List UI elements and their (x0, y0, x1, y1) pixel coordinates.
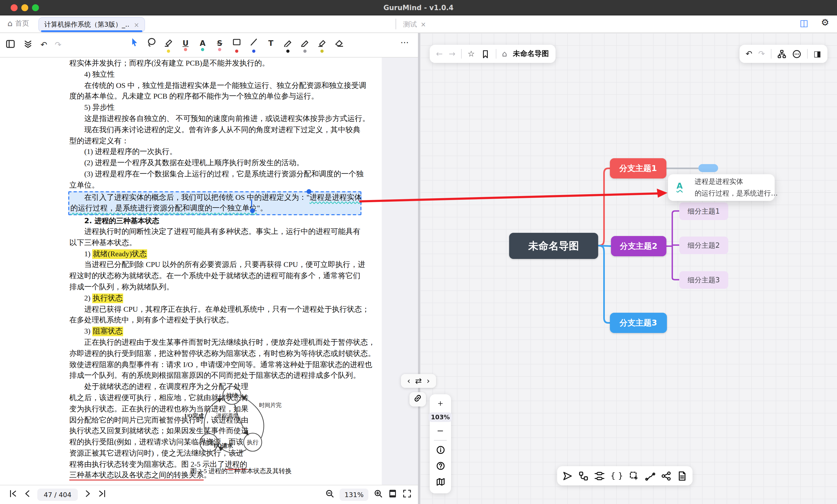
undo-icon[interactable]: ↶ (746, 50, 752, 58)
lasso-icon (147, 37, 156, 49)
annotation-tools: UAST (126, 33, 348, 57)
state-diagram-figure: 就绪 阻塞 执行 时间片完 进程调度 I/O完成 I/O请求 图 2-5 进程的… (184, 382, 298, 476)
fullscreen-icon[interactable] (403, 489, 412, 500)
back-icon[interactable]: ← (436, 50, 443, 58)
tool-eraser[interactable] (331, 34, 348, 56)
bookmark-icon[interactable] (481, 49, 490, 58)
pdf-text-line: 致使进程阻塞的典型事件有：请求 I/O，申请缓冲空间等。通常将这种处于阻塞状态的… (0, 359, 360, 371)
tool-pen[interactable] (279, 34, 297, 56)
zoom-out-icon[interactable] (325, 489, 335, 500)
fit-page-icon[interactable] (388, 489, 397, 500)
tool-text-tool[interactable]: T (262, 34, 279, 56)
tool-highlighter[interactable] (160, 34, 177, 56)
pdf-text-line: 程这时的状态称为就绪状态。在一个系统中处于就绪状态的进程可能有多个，通常将它们 (0, 270, 360, 282)
undo-icon[interactable]: ↶ (40, 41, 47, 49)
link-panes-button[interactable] (409, 392, 426, 407)
swap-arrows-icon[interactable]: ⇄ (415, 377, 422, 385)
redo-icon[interactable]: ↷ (55, 41, 61, 49)
tool-font-color[interactable]: A (194, 34, 211, 56)
help-icon[interactable] (436, 461, 445, 472)
home-icon[interactable]: ⌂ (502, 50, 507, 58)
chevron-right-icon[interactable]: › (427, 377, 430, 385)
note-text: 进程是进程实体 的运行过程，是系统进行… (695, 176, 778, 199)
pdf-pane: ↶↷ UAST ⋯ 程实体并发执行；而程序(没有建立 PCB)是不能并发执行的。… (0, 33, 418, 504)
zoom-in-icon[interactable] (374, 489, 383, 500)
branch-node-1[interactable]: 分支主题1 (610, 158, 666, 179)
sidebar-panel-icon[interactable] (5, 39, 16, 51)
gear-icon[interactable]: ⚙ (821, 18, 829, 27)
tool-rect-shape[interactable] (228, 34, 245, 56)
zoom-plus-icon[interactable]: ＋ (436, 399, 445, 408)
fwd-icon[interactable]: → (449, 50, 455, 58)
selection-handle-top[interactable] (306, 189, 311, 194)
structure-icon[interactable] (777, 49, 786, 58)
selection-handle-bottom[interactable] (250, 208, 255, 213)
collapsed-node-pill[interactable] (698, 164, 718, 172)
pdf-text-line: 度的基本单位。凡未建立 PCB 的程序都不能作为一个独立的单位参与运行。 (0, 91, 360, 102)
nav-pointer-icon[interactable] (563, 471, 573, 481)
last-page-icon[interactable] (97, 489, 107, 500)
next-page-icon[interactable] (83, 489, 92, 500)
chevron-left-icon[interactable]: ‹ (407, 377, 410, 385)
marquee-select-icon[interactable] (629, 471, 639, 481)
branch-node-3[interactable]: 分支主题3 (610, 313, 667, 333)
subtopic-node-3[interactable]: 细分主题3 (679, 271, 728, 289)
strikethrough-icon: S (217, 39, 222, 47)
tool-line-shape[interactable] (245, 34, 262, 56)
relation-line-icon[interactable] (645, 471, 655, 481)
split-view-icon[interactable]: ◫ (800, 19, 808, 28)
tool-lasso[interactable] (143, 34, 160, 56)
pdf-toolbar-left-group: ↶↷ (5, 33, 61, 57)
layers-icon[interactable] (23, 39, 33, 51)
subtopic-node-2[interactable]: 细分主题2 (679, 237, 728, 254)
node-link-icon[interactable] (578, 471, 589, 481)
pdf-viewport[interactable]: 程实体并发执行；而程序(没有建立 PCB)是不能并发执行的。4) 独立性在传统的… (0, 58, 418, 485)
info-icon[interactable] (436, 445, 445, 456)
tool-underline[interactable]: U (177, 34, 194, 56)
note-tooltip[interactable]: A 进程是进程实体 的运行过程，是系统进行… (668, 174, 774, 201)
zoom-minus-icon[interactable]: − (437, 427, 444, 435)
pdf-text-line: 2) 执行状态 (0, 293, 375, 304)
page-indicator[interactable]: 47 / 404 (37, 488, 78, 501)
zoom-level[interactable]: 131% (340, 488, 369, 501)
document-icon[interactable] (677, 471, 687, 481)
main-content: ↶↷ UAST ⋯ 程实体并发执行；而程序(没有建立 PCB)是不能并发执行的。… (0, 33, 837, 504)
braces-icon[interactable]: { } (610, 472, 623, 480)
share-icon[interactable] (661, 471, 671, 481)
branch-node-2[interactable]: 分支主题2 (611, 236, 666, 256)
star-icon[interactable]: ☆ (467, 50, 475, 58)
root-node[interactable]: 未命名导图 (509, 233, 598, 259)
tool-select-cursor[interactable] (126, 34, 143, 56)
pdf-text-line: 立单位。 (0, 180, 360, 191)
summary-icon[interactable] (594, 471, 605, 481)
window-title: GuruMind - v1.0.4 (0, 4, 837, 12)
close-mindmap-tab-icon[interactable]: × (421, 21, 426, 28)
pdf-text-line: 在传统的 OS 中，独立性是指进程实体是一个能独立运行、独立分配资源和独立接受调 (0, 80, 375, 91)
prev-page-icon[interactable] (23, 489, 32, 500)
mindmap-tab[interactable]: 测试 × (403, 20, 426, 29)
canvas-zoom-level[interactable]: 103% (429, 412, 452, 422)
tool-pencil[interactable] (297, 34, 314, 56)
document-tab[interactable]: 计算机操作系统（第3版）_... × (38, 17, 145, 33)
select-cursor-icon (129, 37, 139, 49)
minimap-icon[interactable] (436, 478, 445, 488)
redo-icon[interactable]: ↷ (758, 50, 765, 58)
text-selection-box[interactable]: 在引入了进程实体的概念后，我们可以把传统 OS 中的进程定义为："进程是进程实体… (68, 191, 361, 215)
io-done-label: I/O完成 (184, 413, 204, 419)
tool-marker[interactable] (314, 34, 331, 56)
pane-divider[interactable] (418, 33, 420, 504)
circle-more-icon[interactable] (792, 49, 801, 58)
state-block-label: 阻塞 (203, 440, 215, 446)
pane-nav-control[interactable]: ‹ ⇄ › (401, 374, 436, 388)
subtopic-node-1[interactable]: 细分主题1 (679, 203, 728, 220)
first-page-icon[interactable] (8, 489, 18, 500)
tool-strikethrough[interactable]: S (211, 34, 228, 56)
panel-right-icon[interactable]: ◨ (814, 50, 821, 58)
pdf-text-line: 型的进程定义有： (0, 136, 360, 147)
home-tab[interactable]: ⌂ 首页 (7, 19, 29, 28)
close-tab-icon[interactable]: × (134, 21, 139, 29)
pdf-text-line: 4) 独立性 (0, 69, 375, 80)
mindmap-pane[interactable]: ←→☆⌂ 未命名导图 ↶↷◨ 未命名导图 分支主题1 分支主题2 分支主题3 细… (420, 33, 837, 504)
home-label: 首页 (15, 19, 29, 28)
more-tools-icon[interactable]: ⋯ (400, 37, 409, 48)
